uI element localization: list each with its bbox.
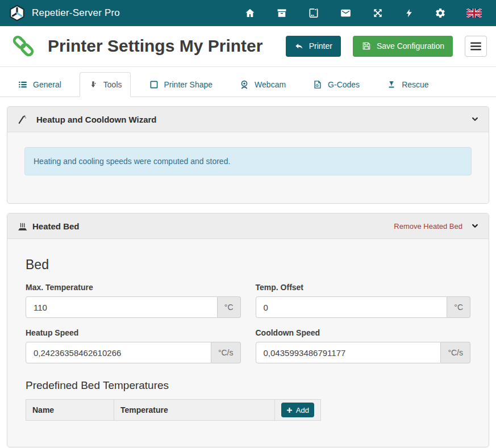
link-chain-icon bbox=[10, 34, 36, 58]
save-floppy-icon bbox=[361, 41, 372, 51]
tab-tools[interactable]: Tools bbox=[80, 72, 131, 97]
wizard-panel-title: Heatup and Cooldown Wizard bbox=[36, 115, 157, 124]
column-header-name: Name bbox=[26, 400, 114, 421]
menu-button[interactable] bbox=[465, 36, 487, 57]
wizard-info-alert: Heating and cooling speeds were computed… bbox=[24, 147, 472, 175]
heated-bed-panel-body: Bed Max. Temperature °C Temp. Offset °C … bbox=[7, 257, 489, 447]
svg-text:G: G bbox=[316, 83, 319, 87]
printer-button-label: Printer bbox=[309, 41, 332, 51]
tab-webcam[interactable]: Webcam bbox=[231, 72, 294, 97]
heatup-speed-field: Heatup Speed °C/s bbox=[26, 328, 241, 363]
bolt-icon[interactable] bbox=[404, 7, 414, 19]
cooldown-speed-unit: °C/s bbox=[441, 342, 470, 363]
page-title: Printer Settings My Printer bbox=[48, 36, 262, 56]
brand-label: Repetier-Server Pro bbox=[32, 7, 120, 19]
tab-gcodes-label: G-Codes bbox=[328, 80, 360, 89]
heatup-cooldown-wizard-panel: Heatup and Cooldown Wizard Heating and c… bbox=[7, 106, 489, 204]
tab-webcam-label: Webcam bbox=[255, 80, 286, 89]
heatup-speed-label: Heatup Speed bbox=[26, 328, 241, 337]
tab-gcodes[interactable]: G G-Codes bbox=[304, 72, 368, 97]
add-temperature-button[interactable]: Add bbox=[281, 403, 314, 417]
navbar-menu bbox=[244, 7, 487, 19]
tab-rescue-label: Rescue bbox=[402, 80, 428, 89]
expand-arrows-icon[interactable] bbox=[372, 7, 384, 19]
max-temperature-unit: °C bbox=[218, 296, 241, 318]
heatup-speed-input[interactable] bbox=[26, 342, 211, 363]
wizard-panel-body: Heating and cooling speeds were computed… bbox=[7, 132, 489, 203]
page-header: Printer Settings My Printer Printer Save… bbox=[0, 26, 496, 67]
mail-icon[interactable] bbox=[340, 7, 352, 19]
tab-printer-shape-label: Printer Shape bbox=[164, 80, 213, 89]
cooldown-speed-field: Cooldown Speed °C/s bbox=[256, 328, 471, 363]
square-outline-icon bbox=[149, 79, 159, 90]
heated-bed-panel-heading[interactable]: Heated Bed Remove Heated Bed bbox=[7, 213, 489, 239]
heated-bed-panel-title: Heated Bed bbox=[32, 221, 80, 231]
add-button-label: Add bbox=[296, 406, 309, 414]
tab-general[interactable]: General bbox=[9, 72, 70, 97]
rescue-nozzle-icon bbox=[386, 79, 397, 90]
uk-flag-icon[interactable] bbox=[466, 9, 482, 18]
remove-heated-bed-link[interactable]: Remove Heated Bed bbox=[394, 222, 462, 231]
wizard-collapse-chevron-down-icon[interactable] bbox=[470, 115, 480, 123]
cooldown-speed-input[interactable] bbox=[256, 342, 441, 363]
max-temperature-input[interactable] bbox=[26, 296, 218, 318]
column-header-temperature: Temperature bbox=[114, 400, 275, 421]
heated-bed-collapse-chevron-down-icon[interactable] bbox=[470, 222, 480, 230]
tab-tools-label: Tools bbox=[103, 80, 122, 89]
back-arrow-icon bbox=[294, 41, 304, 51]
gear-icon[interactable] bbox=[435, 7, 446, 19]
save-configuration-button[interactable]: Save Configuration bbox=[353, 36, 453, 57]
archive-icon[interactable] bbox=[276, 7, 287, 19]
save-configuration-label: Save Configuration bbox=[377, 41, 444, 51]
repetier-logo-icon bbox=[9, 5, 26, 22]
home-icon[interactable] bbox=[244, 7, 256, 19]
temp-offset-unit: °C bbox=[447, 296, 470, 318]
printer-button[interactable]: Printer bbox=[286, 36, 341, 57]
bed-section-heading: Bed bbox=[26, 257, 470, 273]
book-icon[interactable] bbox=[308, 7, 319, 19]
heatup-speed-unit: °C/s bbox=[211, 342, 241, 363]
plus-icon bbox=[286, 407, 293, 413]
settings-tabs: General Tools Printer Shape Webcam G G-C… bbox=[0, 72, 496, 97]
max-temperature-label: Max. Temperature bbox=[26, 283, 241, 292]
webcam-icon bbox=[239, 79, 249, 90]
magic-wand-icon bbox=[16, 114, 27, 125]
brand[interactable]: Repetier-Server Pro bbox=[9, 5, 120, 22]
list-icon bbox=[18, 79, 28, 90]
hamburger-icon bbox=[470, 42, 481, 51]
extruder-icon bbox=[88, 79, 98, 90]
heated-bed-icon bbox=[16, 220, 28, 232]
wizard-panel-heading[interactable]: Heatup and Cooldown Wizard bbox=[7, 107, 489, 132]
predefined-bed-temperatures-table: Name Temperature Add bbox=[26, 399, 321, 421]
tab-general-label: General bbox=[33, 80, 61, 89]
max-temperature-field: Max. Temperature °C bbox=[26, 283, 241, 318]
temp-offset-label: Temp. Offset bbox=[256, 283, 471, 292]
column-header-action: Add bbox=[274, 400, 320, 421]
gcode-file-icon: G bbox=[312, 79, 323, 90]
heated-bed-panel: Heated Bed Remove Heated Bed Bed Max. Te… bbox=[7, 213, 489, 447]
cooldown-speed-label: Cooldown Speed bbox=[256, 328, 471, 337]
bed-fields: Max. Temperature °C Temp. Offset °C Heat… bbox=[26, 283, 470, 363]
navbar: Repetier-Server Pro bbox=[0, 0, 496, 26]
tab-rescue[interactable]: Rescue bbox=[378, 72, 437, 97]
temp-offset-field: Temp. Offset °C bbox=[256, 283, 471, 318]
temp-offset-input[interactable] bbox=[256, 296, 448, 318]
table-header-row: Name Temperature Add bbox=[26, 400, 321, 421]
predefined-bed-temperatures-heading: Predefined Bed Temperatures bbox=[26, 379, 470, 392]
header-actions: Printer Save Configuration bbox=[286, 36, 487, 57]
tab-printer-shape[interactable]: Printer Shape bbox=[140, 72, 222, 97]
